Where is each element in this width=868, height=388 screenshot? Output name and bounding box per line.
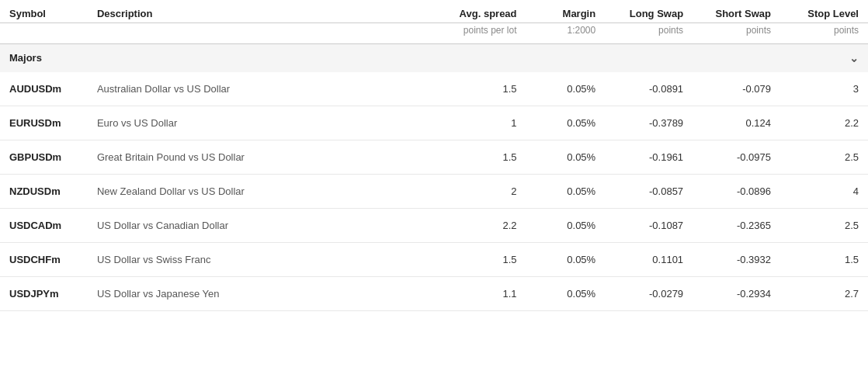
header-long-swap: Long Swap [605,0,693,23]
cell-description: US Dollar vs Japanese Yen [88,277,421,311]
cell-stop-level: 2.5 [780,140,868,175]
cell-symbol: EURUSDm [0,106,88,140]
header-avg-spread: Avg. spread [421,0,526,23]
cell-avg-spread: 1.5 [421,72,526,106]
sub-headers: points per lot 1:2000 points points poin… [0,23,868,44]
header-short-swap: Short Swap [693,0,780,23]
sub-header-avg-spread: points per lot [421,23,526,44]
cell-description: Australian Dollar vs US Dollar [88,72,421,106]
cell-margin: 0.05% [526,72,606,106]
cell-short-swap: 0.124 [693,106,780,140]
cell-long-swap: -0.0891 [605,72,693,106]
header-stop-level: Stop Level [780,0,868,23]
cell-short-swap: -0.0975 [693,140,780,175]
table-row: USDJPYm US Dollar vs Japanese Yen 1.1 0.… [0,277,868,311]
cell-long-swap: -0.1961 [605,140,693,175]
table-row: NZDUSDm New Zealand Dollar vs US Dollar … [0,175,868,209]
cell-short-swap: -0.2934 [693,277,780,311]
cell-avg-spread: 2 [421,175,526,209]
cell-symbol: USDJPYm [0,277,88,311]
sub-header-stop-level: points [780,23,868,44]
sub-header-short-swap: points [693,23,780,44]
cell-avg-spread: 1.5 [421,140,526,175]
table-body: Majors ⌄ AUDUSDm Australian Dollar vs US… [0,44,868,311]
cell-long-swap: -0.0279 [605,277,693,311]
column-headers: Symbol Description Avg. spread Margin Lo… [0,0,868,23]
table-row: AUDUSDm Australian Dollar vs US Dollar 1… [0,72,868,106]
cell-stop-level: 2.2 [780,106,868,140]
sub-header-description [88,23,421,44]
cell-symbol: USDCHFm [0,243,88,277]
cell-margin: 0.05% [526,140,606,175]
cell-long-swap: 0.1101 [605,243,693,277]
sub-header-margin: 1:2000 [526,23,606,44]
group-header-cell: Majors ⌄ [0,44,868,73]
cell-margin: 0.05% [526,277,606,311]
cell-symbol: USDCADm [0,209,88,243]
sub-header-long-swap: points [605,23,693,44]
header-margin: Margin [526,0,606,23]
cell-long-swap: -0.0857 [605,175,693,209]
cell-stop-level: 3 [780,72,868,106]
cell-avg-spread: 1.1 [421,277,526,311]
forex-table: Symbol Description Avg. spread Margin Lo… [0,0,868,311]
cell-margin: 0.05% [526,175,606,209]
cell-short-swap: -0.079 [693,72,780,106]
cell-symbol: NZDUSDm [0,175,88,209]
header-symbol: Symbol [0,0,88,23]
group-header-majors[interactable]: Majors ⌄ [0,44,868,73]
table-row: USDCADm US Dollar vs Canadian Dollar 2.2… [0,209,868,243]
cell-description: New Zealand Dollar vs US Dollar [88,175,421,209]
cell-symbol: AUDUSDm [0,72,88,106]
cell-long-swap: -0.1087 [605,209,693,243]
cell-description: US Dollar vs Swiss Franc [88,243,421,277]
cell-description: Great Britain Pound vs US Dollar [88,140,421,175]
cell-stop-level: 2.5 [780,209,868,243]
cell-stop-level: 1.5 [780,243,868,277]
group-name: Majors [9,52,42,64]
header-description: Description [88,0,421,23]
table-row: GBPUSDm Great Britain Pound vs US Dollar… [0,140,868,175]
cell-long-swap: -0.3789 [605,106,693,140]
cell-avg-spread: 1 [421,106,526,140]
cell-symbol: GBPUSDm [0,140,88,175]
sub-header-symbol [0,23,88,44]
cell-stop-level: 2.7 [780,277,868,311]
cell-margin: 0.05% [526,209,606,243]
main-table-container: Symbol Description Avg. spread Margin Lo… [0,0,868,311]
cell-short-swap: -0.3932 [693,243,780,277]
table-row: EURUSDm Euro vs US Dollar 1 0.05% -0.378… [0,106,868,140]
cell-stop-level: 4 [780,175,868,209]
cell-avg-spread: 1.5 [421,243,526,277]
cell-description: Euro vs US Dollar [88,106,421,140]
cell-margin: 0.05% [526,243,606,277]
cell-description: US Dollar vs Canadian Dollar [88,209,421,243]
chevron-down-icon: ⌄ [849,52,859,64]
cell-margin: 0.05% [526,106,606,140]
table-row: USDCHFm US Dollar vs Swiss Franc 1.5 0.0… [0,243,868,277]
cell-short-swap: -0.2365 [693,209,780,243]
cell-short-swap: -0.0896 [693,175,780,209]
cell-avg-spread: 2.2 [421,209,526,243]
